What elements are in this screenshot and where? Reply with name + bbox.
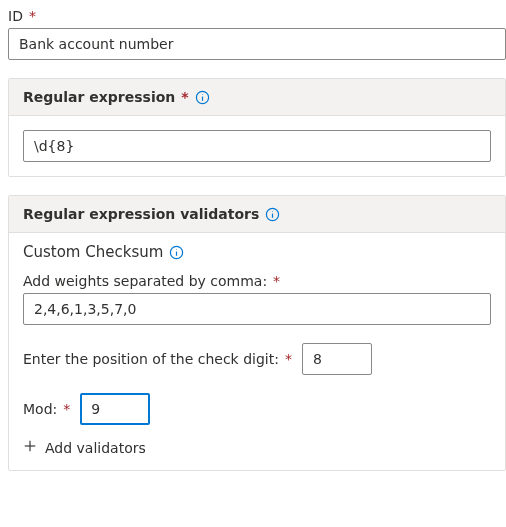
info-icon[interactable] (169, 245, 184, 260)
add-validators-label: Add validators (45, 440, 146, 456)
regex-panel: Regular expression * (8, 78, 506, 177)
regex-input[interactable] (23, 130, 491, 162)
position-label-text: Enter the position of the check digit: (23, 351, 279, 367)
mod-label: Mod: * (23, 401, 70, 417)
required-asterisk: * (273, 273, 280, 289)
validators-header: Regular expression validators (9, 196, 505, 233)
weights-label-text: Add weights separated by comma: (23, 273, 267, 289)
custom-checksum-header: Custom Checksum (9, 233, 505, 265)
weights-label: Add weights separated by comma: * (23, 273, 280, 289)
weights-input[interactable] (23, 293, 491, 325)
id-input[interactable] (8, 28, 506, 60)
info-icon[interactable] (195, 90, 210, 105)
validators-header-text: Regular expression validators (23, 206, 259, 222)
svg-point-8 (176, 249, 177, 250)
regex-header: Regular expression * (9, 79, 505, 116)
validators-panel: Regular expression validators Custom Che… (8, 195, 506, 471)
required-asterisk: * (29, 8, 36, 24)
position-label: Enter the position of the check digit: * (23, 351, 292, 367)
id-label-text: ID (8, 8, 23, 24)
plus-icon (23, 439, 37, 456)
regex-header-text: Regular expression (23, 89, 175, 105)
add-validators-button[interactable]: Add validators (9, 425, 505, 470)
svg-point-2 (202, 94, 203, 95)
custom-checksum-text: Custom Checksum (23, 243, 163, 261)
id-label: ID * (8, 8, 36, 24)
mod-label-text: Mod: (23, 401, 57, 417)
svg-point-5 (272, 211, 273, 212)
required-asterisk: * (285, 351, 292, 367)
required-asterisk: * (63, 401, 70, 417)
position-input[interactable] (302, 343, 372, 375)
mod-input[interactable] (80, 393, 150, 425)
info-icon[interactable] (265, 207, 280, 222)
required-asterisk: * (181, 89, 188, 105)
